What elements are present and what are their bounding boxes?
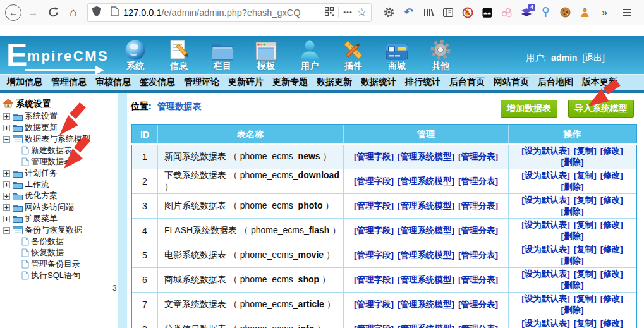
expand-icon[interactable] (3, 113, 11, 120)
sidebar-item[interactable]: 恢复数据 (21, 247, 118, 258)
overflow-chevrons-icon[interactable]: » (598, 6, 611, 18)
frame-divider[interactable] (118, 93, 127, 328)
table-action-link[interactable]: [管理分表] (458, 201, 498, 210)
menu-item[interactable]: 版本更新 (578, 76, 622, 88)
table-action-link[interactable]: [管理分表] (458, 300, 498, 309)
sidebar-root[interactable]: 系统设置 (3, 98, 118, 111)
sidebar-item-label[interactable]: 计划任务 (25, 167, 58, 179)
menu-hamburger-icon[interactable] (621, 6, 633, 18)
table-action-link[interactable]: [删除] (561, 305, 584, 315)
table-action-link[interactable]: [管理系统模型] (398, 201, 454, 210)
nav-item-window[interactable]: 模板 (252, 38, 280, 72)
sidebar-root-label[interactable]: 系统设置 (16, 99, 51, 110)
nav-item-doc[interactable]: 信息 (165, 38, 193, 72)
sidebar-item[interactable]: 计划任务 (3, 167, 118, 179)
table-action-link[interactable]: [管理字段] (354, 324, 394, 328)
sidebar-item[interactable]: 备份数据 (21, 236, 118, 247)
person-icon[interactable] (579, 6, 591, 18)
expand-icon[interactable] (3, 193, 11, 200)
table-action-link[interactable]: [修改] (600, 269, 623, 279)
table-action-link[interactable]: [删除] (561, 157, 584, 167)
table-action-link[interactable]: [设为默认表] (521, 319, 570, 328)
table-action-link[interactable]: [管理系统模型] (398, 176, 454, 186)
table-action-link[interactable]: [删除] (561, 182, 584, 191)
table-action-link[interactable]: [管理字段] (354, 300, 394, 309)
address-bar[interactable]: 127.0.0.1/e/admin/admin.php?ehash_gxCQ •… (87, 3, 372, 22)
table-action-link[interactable]: [复制] (574, 245, 597, 254)
sidebar-item[interactable]: 优化方案 (3, 190, 118, 202)
expand-icon[interactable] (3, 125, 11, 131)
collapse-icon[interactable] (3, 227, 11, 234)
sidebar-item-label[interactable]: 数据更新 (25, 122, 58, 133)
table-action-link[interactable]: [删除] (561, 207, 584, 216)
sidebar-item-label[interactable]: 备份数据 (31, 236, 64, 247)
table-action-link[interactable]: [设为默认表] (521, 269, 570, 279)
sidebar-item-label[interactable]: 扩展菜单 (25, 213, 58, 224)
menu-item[interactable]: 数据更新 (312, 76, 356, 88)
table-action-link[interactable]: [管理系统模型] (398, 226, 454, 235)
table-action-link[interactable]: [管理分表] (458, 152, 498, 161)
table-action-link[interactable]: [复制] (574, 220, 597, 229)
nav-item-mall[interactable]: 商城 (383, 38, 411, 72)
menu-item[interactable]: 网站首页 (489, 76, 533, 88)
sidebar-item-label[interactable]: 执行SQL语句 (31, 270, 80, 281)
menu-item[interactable]: 管理信息 (47, 76, 91, 88)
table-action-link[interactable]: [修改] (600, 294, 623, 303)
sidebar-panel-icon[interactable] (442, 6, 454, 18)
shield-icon[interactable] (92, 6, 101, 19)
back-icon[interactable]: ← (5, 4, 21, 21)
table-action-link[interactable]: [设为默认表] (521, 294, 570, 303)
table-action-link[interactable]: [管理分表] (458, 324, 498, 328)
nav-item-gear[interactable]: 其他 (427, 38, 454, 72)
table-action-link[interactable]: [设为默认表] (521, 245, 570, 254)
url-text[interactable]: 127.0.0.1/e/admin/admin.php?ehash_gxCQ (123, 8, 320, 18)
table-action-link[interactable]: [复制] (574, 195, 597, 205)
sidebar-item[interactable]: 新建数据表 (21, 145, 118, 156)
page-actions-icon[interactable]: ••• (343, 9, 353, 16)
reload-icon[interactable] (44, 4, 62, 21)
collapse-icon[interactable] (3, 136, 11, 143)
table-action-link[interactable]: [删除] (561, 256, 584, 265)
sidebar-item[interactable]: 网站多访问端 (3, 202, 118, 213)
sidebar-item-label[interactable]: 备份与恢复数据 (25, 224, 82, 236)
pin-icon[interactable] (540, 6, 552, 18)
logout-link[interactable]: [退出] (582, 52, 605, 63)
menu-item[interactable]: 数据统计 (356, 76, 401, 88)
location-link[interactable]: 管理数据表 (157, 101, 202, 112)
table-action-link[interactable]: [删除] (561, 231, 584, 241)
library-icon[interactable] (422, 6, 434, 18)
table-action-link[interactable]: [设为默认表] (521, 195, 570, 205)
purple-stack-icon[interactable]: 4 (520, 6, 532, 18)
table-action-link[interactable]: [修改] (600, 171, 623, 180)
sidebar-item-label[interactable]: 管理数据表 (31, 156, 72, 167)
table-action-link[interactable]: [管理字段] (354, 226, 394, 235)
sidebar-item[interactable]: 数据表与系统模型 (3, 133, 118, 145)
table-action-link[interactable]: [复制] (574, 294, 597, 303)
table-action-link[interactable]: [管理系统模型] (398, 152, 454, 161)
sidebar-item-label[interactable]: 新建数据表 (31, 145, 72, 156)
sidebar-item-label[interactable]: 工作流 (25, 179, 49, 190)
table-action-link[interactable]: [复制] (574, 269, 597, 279)
table-action-link[interactable]: [管理系统模型] (398, 300, 454, 309)
qr-code-icon[interactable] (325, 7, 334, 18)
table-action-link[interactable]: [修改] (600, 319, 623, 328)
table-action-link[interactable]: [管理字段] (354, 176, 394, 186)
cookie-icon[interactable] (559, 6, 571, 18)
table-action-link[interactable]: [管理字段] (354, 275, 394, 284)
sidebar-item-label[interactable]: 系统设置 (25, 111, 58, 122)
table-action-link[interactable]: [管理字段] (354, 201, 394, 210)
menu-item[interactable]: 增加信息 (3, 76, 47, 88)
menu-item[interactable]: 更新碎片 (224, 76, 268, 88)
sidebar-item-label[interactable]: 优化方案 (25, 190, 58, 202)
forward-icon[interactable]: → (24, 4, 42, 21)
table-action-link[interactable]: [管理分表] (458, 226, 498, 235)
undo-arrow-icon[interactable]: ↶ (403, 6, 415, 18)
sidebar-item-label[interactable]: 网站多访问端 (25, 202, 74, 213)
table-action-link[interactable]: [管理字段] (354, 152, 394, 161)
dark-reader-icon[interactable] (481, 6, 493, 18)
table-action-link[interactable]: [删除] (561, 281, 584, 290)
table-action-link[interactable]: [设为默认表] (521, 171, 570, 180)
table-action-link[interactable]: [管理字段] (354, 250, 394, 260)
import-model-button[interactable]: 导入系统模型 (568, 100, 634, 118)
table-action-link[interactable]: [管理分表] (458, 250, 498, 260)
